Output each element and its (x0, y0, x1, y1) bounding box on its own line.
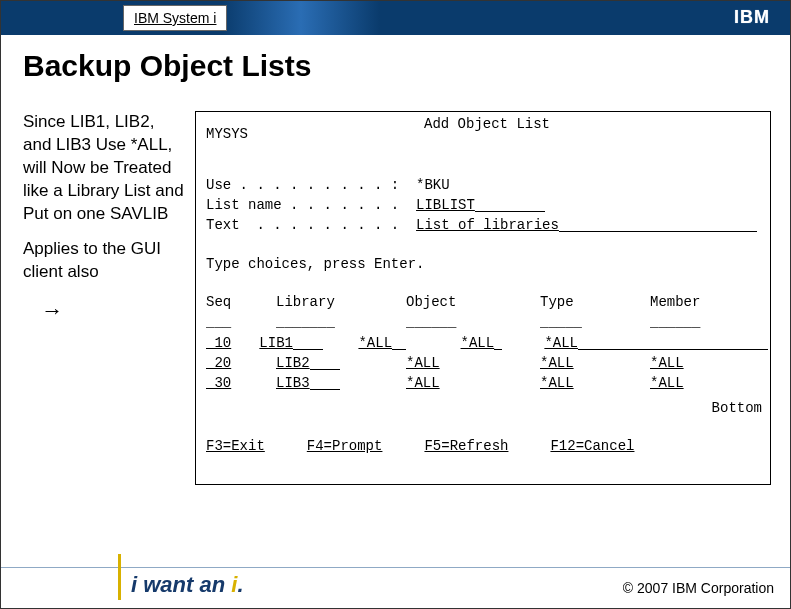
field-row-listname: List name . . . . . . . LIBLIST (206, 195, 768, 215)
field-value-text[interactable]: List of libraries (416, 217, 559, 233)
field-label-text: Text . . . . . . . . . (206, 215, 416, 235)
col-library: Library (276, 292, 406, 312)
table-dash-row: ___ _______ ______ _____ ______ (206, 312, 768, 332)
table-row[interactable]: 10 LIB1 *ALL *ALL *ALL (206, 333, 768, 353)
input-underline (475, 211, 545, 212)
cell-member[interactable]: *ALL (544, 335, 578, 351)
cell-library[interactable]: LIB2 (276, 355, 310, 371)
col-type: Type (540, 292, 650, 312)
content: Since LIB1, LIB2, and LIB3 Use *ALL, wil… (23, 111, 788, 485)
terminal-system-name: MYSYS (206, 124, 768, 144)
cell-type[interactable]: *ALL (540, 355, 574, 371)
field-label-listname: List name . . . . . . . (206, 195, 416, 215)
topbar: IBM System i IBM (1, 1, 790, 35)
page-title: Backup Object Lists (23, 49, 768, 83)
cell-member[interactable]: *ALL (650, 355, 684, 371)
fkey-f3[interactable]: F3=Exit (206, 436, 265, 456)
cell-seq[interactable]: 10 (206, 335, 231, 351)
footer-accent-bar (118, 554, 121, 600)
col-seq: Seq (206, 292, 276, 312)
footer: i want an i. © 2007 IBM Corporation (1, 552, 790, 608)
field-row-text: Text . . . . . . . . . List of libraries (206, 215, 768, 235)
cell-type[interactable]: *ALL (461, 335, 495, 351)
col-object: Object (406, 292, 540, 312)
cell-member[interactable]: *ALL (650, 375, 684, 391)
cell-object[interactable]: *ALL (406, 375, 440, 391)
copyright: © 2007 IBM Corporation (623, 580, 774, 596)
terminal-screen: Add Object List MYSYS Use . . . . . . . … (195, 111, 771, 485)
table-row[interactable]: 20 LIB2 *ALL *ALL *ALL (206, 353, 768, 373)
cell-library[interactable]: LIB1 (259, 335, 293, 351)
field-row-use: Use . . . . . . . . . : *BKU (206, 175, 768, 195)
ibm-logo: IBM (734, 7, 770, 28)
field-label-use: Use . . . . . . . . . : (206, 175, 416, 195)
table-header: Seq Library Object Type Member (206, 292, 768, 312)
function-keys: F3=Exit F4=Prompt F5=Refresh F12=Cancel (206, 436, 768, 456)
cell-seq[interactable]: 30 (206, 375, 231, 391)
slogan: i want an i. (131, 572, 244, 598)
cell-object[interactable]: *ALL (406, 355, 440, 371)
field-value-listname[interactable]: LIBLIST (416, 197, 475, 213)
cell-type[interactable]: *ALL (540, 375, 574, 391)
table-row[interactable]: 30 LIB3 *ALL *ALL *ALL (206, 373, 768, 393)
col-member: Member (650, 292, 768, 312)
field-value-use: *BKU (416, 175, 450, 195)
sidebar-text-2: Applies to the GUI client also (23, 238, 187, 284)
cell-seq[interactable]: 20 (206, 355, 231, 371)
list-bottom-indicator: Bottom (206, 398, 768, 418)
sidebar-text-1: Since LIB1, LIB2, and LIB3 Use *ALL, wil… (23, 111, 187, 226)
fkey-f5[interactable]: F5=Refresh (424, 436, 508, 456)
list-table: Seq Library Object Type Member ___ _____… (206, 292, 768, 393)
cell-library[interactable]: LIB3 (276, 375, 310, 391)
fkey-f4[interactable]: F4=Prompt (307, 436, 383, 456)
title-area: Backup Object Lists (1, 35, 790, 87)
cell-object[interactable]: *ALL (358, 335, 392, 351)
choices-prompt: Type choices, press Enter. (206, 254, 768, 274)
fkey-f12[interactable]: F12=Cancel (550, 436, 634, 456)
product-tab[interactable]: IBM System i (123, 5, 227, 31)
input-underline (559, 231, 757, 232)
arrow-icon: → (23, 296, 187, 326)
sidebar: Since LIB1, LIB2, and LIB3 Use *ALL, wil… (23, 111, 195, 325)
